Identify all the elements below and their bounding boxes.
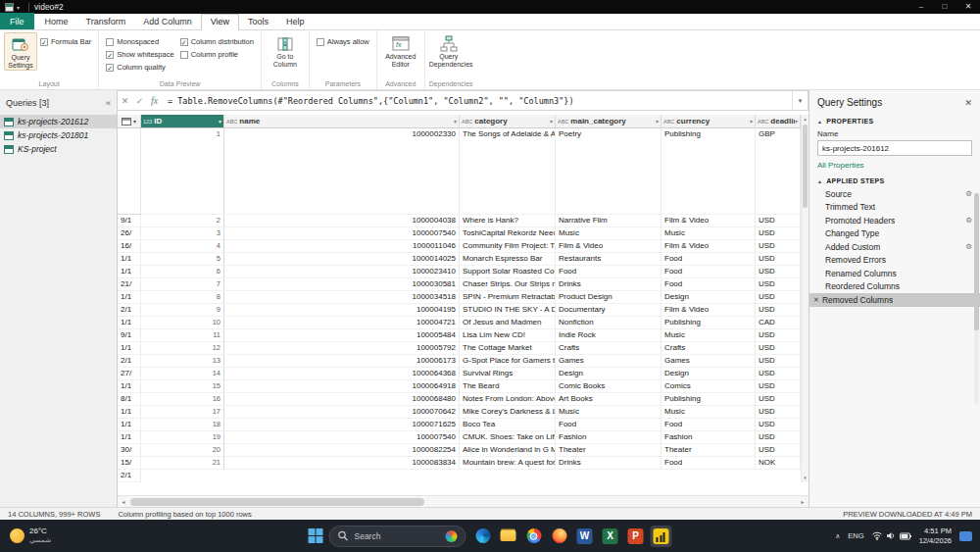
cell-main-category[interactable]: Publishing xyxy=(662,317,756,329)
cell-name[interactable]: Notes From London: Above & Below xyxy=(460,393,556,406)
cell-id[interactable]: 1000023410 xyxy=(224,266,460,278)
checkbox-monospaced[interactable]: Monospaced xyxy=(106,35,173,48)
cell-deadline[interactable]: 1/1 xyxy=(118,291,141,304)
gear-icon[interactable]: ⚙ xyxy=(965,189,972,198)
settings-scroll-thumb[interactable] xyxy=(974,193,979,330)
applied-step-removed-columns[interactable]: ✕Removed Columns xyxy=(809,293,980,307)
cell-main-category[interactable]: Design xyxy=(662,368,756,380)
cell-id[interactable]: 100007540 xyxy=(224,431,460,444)
cell-id[interactable]: 1000064918 xyxy=(224,380,460,393)
checkbox-always-allow[interactable]: Always allow xyxy=(317,35,369,48)
checkbox-column-quality[interactable]: ✓ Column quality xyxy=(106,61,173,74)
cell-currency[interactable]: USD xyxy=(756,278,801,291)
cell-name[interactable]: Lisa Lim New CD! xyxy=(460,329,556,342)
vertical-scroll-thumb[interactable] xyxy=(803,125,808,208)
column-header-category[interactable]: ABCcategory▾ xyxy=(460,115,556,128)
query-item-ks-project[interactable]: KS-project xyxy=(0,142,117,156)
cell-currency[interactable]: CAD xyxy=(756,317,801,329)
minimize-button[interactable]: – xyxy=(909,0,933,14)
cell-name[interactable]: ToshiCapital Rekordz Needs Help to Compl… xyxy=(460,227,556,240)
scroll-up-icon[interactable]: ▲ xyxy=(802,117,808,122)
start-button[interactable] xyxy=(309,528,323,543)
word-icon[interactable] xyxy=(574,526,596,547)
cell-deadline[interactable]: 1/1 xyxy=(118,342,141,355)
cell-deadline[interactable]: 1/1 xyxy=(118,431,141,444)
cell-name[interactable]: Survival Rings xyxy=(460,368,556,380)
horizontal-scrollbar[interactable]: ◂ ▸ xyxy=(118,495,808,507)
cell-deadline[interactable]: 27/ xyxy=(118,368,141,380)
file-explorer-icon[interactable] xyxy=(498,526,519,547)
checkbox-show-whitespace[interactable]: ✓ Show whitespace xyxy=(106,48,173,61)
filter-icon[interactable]: ▾ xyxy=(550,118,553,125)
cell-deadline[interactable]: 1/1 xyxy=(118,380,141,393)
cell-id[interactable]: 1000064368 xyxy=(224,368,460,380)
query-item-ks-projects-201801[interactable]: ks-projects-201801 xyxy=(0,128,117,142)
applied-step-source[interactable]: Source⚙ xyxy=(809,187,980,201)
cell-category[interactable]: Games xyxy=(556,355,662,368)
cell-currency[interactable]: USD xyxy=(756,240,801,253)
cell-deadline[interactable]: 2/1 xyxy=(118,355,141,368)
cell-currency[interactable]: USD xyxy=(756,266,801,278)
cell-id[interactable]: 1000071625 xyxy=(224,419,460,431)
cell-name[interactable]: SPIN - Premium Retractable In-Ear Headph… xyxy=(460,291,556,304)
cell-category[interactable]: Music xyxy=(556,406,662,419)
cell-id[interactable]: 1000030581 xyxy=(224,278,460,291)
cell-main-category[interactable]: Music xyxy=(662,406,756,419)
applied-step-reordered-columns[interactable]: Reordered Columns xyxy=(809,280,980,294)
cell-name[interactable]: Of Jesus and Madmen xyxy=(460,317,556,329)
cell-category[interactable]: Product Design xyxy=(556,291,662,304)
query-dependencies-button[interactable]: Query Dependencies xyxy=(429,32,468,69)
vertical-scrollbar[interactable]: ▲ ▼ xyxy=(801,115,808,482)
cell-main-category[interactable]: Comics xyxy=(662,380,756,393)
cell-id[interactable]: 1000070642 xyxy=(224,406,460,419)
column-header-main-category[interactable]: ABCmain_category▾ xyxy=(556,115,662,128)
firefox-icon[interactable] xyxy=(549,526,570,547)
cell-deadline[interactable]: 9/1 xyxy=(118,215,141,227)
applied-step-renamed-columns[interactable]: Renamed Columns xyxy=(809,267,980,280)
cell-deadline[interactable]: 26/ xyxy=(118,227,141,240)
cell-id[interactable]: 100006173 xyxy=(224,355,460,368)
cell-main-category[interactable]: Fashion xyxy=(662,431,756,444)
scroll-right-icon[interactable]: ▸ xyxy=(797,496,808,507)
tray-expand-icon[interactable]: ∧ xyxy=(835,532,840,540)
cell-deadline[interactable]: 1/1 xyxy=(118,419,141,431)
cell-main-category[interactable]: Publishing xyxy=(662,128,756,215)
cell-main-category[interactable]: Music xyxy=(662,329,756,342)
chrome-icon[interactable] xyxy=(523,526,545,547)
cell-main-category[interactable]: Theater xyxy=(662,444,756,457)
cell-deadline[interactable]: 1/1 xyxy=(118,317,141,329)
query-name-input[interactable] xyxy=(817,140,972,156)
all-properties-link[interactable]: All Properties xyxy=(809,159,980,172)
cell-id[interactable]: 1000068480 xyxy=(224,393,460,406)
search-box[interactable]: Search xyxy=(329,526,466,547)
cell-name[interactable]: Where is Hank? xyxy=(460,215,556,227)
cell-category[interactable]: Music xyxy=(556,227,662,240)
cell-name[interactable]: Mike Corey's Darkness & Light Album xyxy=(460,406,556,419)
cell-category[interactable]: Film & Video xyxy=(556,240,662,253)
cell-currency[interactable]: USD xyxy=(756,253,801,266)
cell-main-category[interactable]: Publishing xyxy=(662,393,756,406)
cell-currency[interactable]: NOK xyxy=(756,457,801,470)
query-settings-button[interactable]: Query Settings xyxy=(4,32,37,71)
cell-main-category[interactable]: Film & Video xyxy=(662,240,756,253)
cell-currency[interactable]: USD xyxy=(756,355,801,368)
delete-step-icon[interactable]: ✕ xyxy=(813,296,819,304)
filter-icon[interactable]: ▾ xyxy=(750,118,753,125)
cell-main-category[interactable]: Film & Video xyxy=(662,304,756,317)
tab-transform[interactable]: Transform xyxy=(77,15,135,29)
collapse-queries-icon[interactable]: « xyxy=(106,98,111,108)
powerpoint-icon[interactable] xyxy=(625,526,647,547)
cell-deadline[interactable]: 9/1 xyxy=(118,329,141,342)
filter-icon[interactable]: ▾ xyxy=(454,118,457,125)
go-to-column-button[interactable]: Go to Column xyxy=(266,32,305,69)
applied-step-trimmed-text[interactable]: Trimmed Text xyxy=(809,201,980,215)
cell-id[interactable]: 1000082254 xyxy=(224,444,460,457)
cell-deadline[interactable]: 16/ xyxy=(118,240,141,253)
cell-category[interactable]: Documentary xyxy=(556,304,662,317)
cell-category[interactable]: Crafts xyxy=(556,342,662,355)
cell-id[interactable]: 1000011046 xyxy=(224,240,460,253)
cell-name[interactable]: Monarch Espresso Bar xyxy=(460,253,556,266)
cell-currency[interactable]: USD xyxy=(756,380,801,393)
cell-id[interactable]: 1000004038 xyxy=(224,215,460,227)
applied-step-promoted-headers[interactable]: Promoted Headers⚙ xyxy=(809,214,980,227)
